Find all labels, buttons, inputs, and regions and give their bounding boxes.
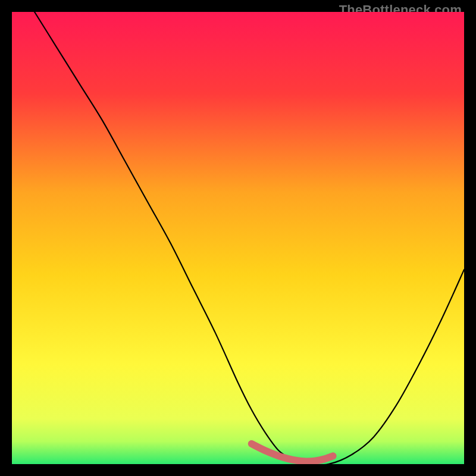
chart-frame xyxy=(12,12,464,464)
chart-background-gradient xyxy=(12,12,464,464)
svg-rect-0 xyxy=(12,12,464,464)
